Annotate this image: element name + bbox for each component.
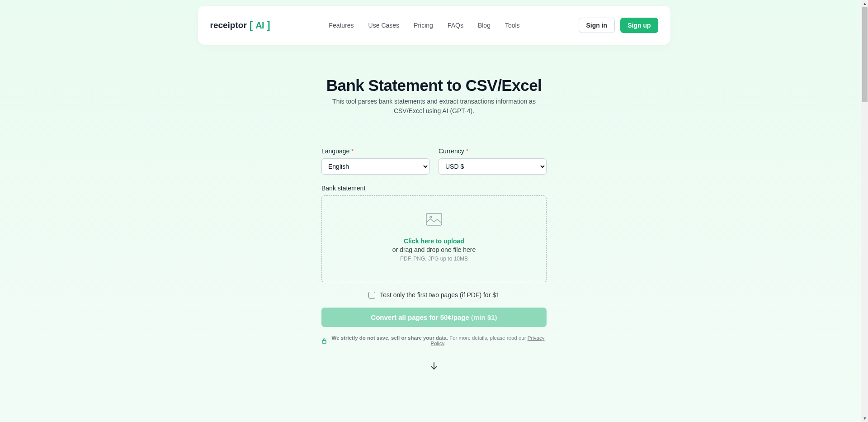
- currency-label: Currency *: [439, 147, 547, 155]
- language-label-text: Language: [321, 147, 349, 155]
- signin-button[interactable]: Sign in: [579, 18, 615, 33]
- lock-icon: [321, 338, 327, 344]
- scrollbar-up-arrow[interactable]: ▲: [861, 0, 868, 7]
- currency-label-text: Currency: [439, 147, 464, 155]
- image-icon: [426, 213, 442, 226]
- currency-group: Currency * USD $: [439, 147, 547, 175]
- logo-text: receiptor: [210, 20, 247, 30]
- language-label: Language *: [321, 147, 429, 155]
- bank-statement-group: Bank statement Click here to upload or d…: [321, 185, 547, 282]
- currency-select[interactable]: USD $: [439, 158, 547, 175]
- privacy-bold: We strictly do not save, sell or share y…: [332, 335, 448, 341]
- privacy-text: For more details, please read our: [448, 335, 528, 341]
- page-subtitle: This tool parses bank statements and ext…: [323, 97, 545, 116]
- upload-hint: PDF, PNG, JPG up to 10MB: [331, 256, 537, 262]
- bracket-open-icon: [: [250, 19, 253, 31]
- bracket-close-icon: ]: [267, 19, 270, 31]
- site-header: receiptor[AI] Features Use Cases Pricing…: [198, 6, 670, 45]
- required-mark: *: [466, 147, 468, 155]
- bank-statement-label: Bank statement: [321, 185, 547, 192]
- privacy-notice: We strictly do not save, sell or share y…: [321, 335, 547, 346]
- form-row: Language * English Currency * USD $: [321, 147, 547, 175]
- test-checkbox[interactable]: [368, 292, 375, 299]
- main-nav: Features Use Cases Pricing FAQs Blog Too…: [329, 22, 519, 29]
- svg-rect-0: [426, 213, 442, 225]
- logo[interactable]: receiptor[AI]: [210, 19, 270, 31]
- language-group: Language * English: [321, 147, 429, 175]
- svg-point-1: [430, 216, 432, 218]
- privacy-period: .: [444, 341, 445, 346]
- convert-min-text: (min $1): [471, 313, 497, 321]
- required-mark: *: [351, 147, 354, 155]
- nav-usecases[interactable]: Use Cases: [368, 22, 399, 29]
- upload-dropzone[interactable]: Click here to upload or drag and drop on…: [321, 195, 547, 282]
- scrollbar-down-arrow[interactable]: ▼: [861, 415, 868, 422]
- page-title: Bank Statement to CSV/Excel: [307, 76, 561, 95]
- scrollbar-thumb[interactable]: [862, 7, 868, 102]
- logo-ai: AI: [255, 20, 264, 31]
- test-checkbox-label: Test only the first two pages (if PDF) f…: [380, 291, 500, 299]
- nav-features[interactable]: Features: [329, 22, 354, 29]
- form-area: Language * English Currency * USD $: [321, 147, 547, 372]
- signup-button[interactable]: Sign up: [620, 18, 658, 33]
- nav-tools[interactable]: Tools: [505, 22, 520, 29]
- nav-pricing[interactable]: Pricing: [414, 22, 433, 29]
- test-checkbox-row: Test only the first two pages (if PDF) f…: [321, 291, 547, 299]
- main-content: Bank Statement to CSV/Excel This tool pa…: [307, 45, 561, 372]
- nav-blog[interactable]: Blog: [478, 22, 491, 29]
- convert-button[interactable]: Convert all pages for 50¢/page (min $1): [321, 308, 547, 327]
- arrow-down-icon: [429, 361, 439, 370]
- language-select[interactable]: English: [321, 158, 429, 175]
- scroll-down-indicator: [321, 361, 547, 372]
- scrollbar[interactable]: ▲ ▼: [861, 0, 868, 422]
- upload-subtitle: or drag and drop one file here: [331, 246, 537, 253]
- svg-rect-2: [322, 341, 326, 343]
- header-actions: Sign in Sign up: [579, 18, 658, 33]
- convert-main-text: Convert all pages for 50¢/page: [371, 313, 471, 321]
- nav-faqs[interactable]: FAQs: [448, 22, 463, 29]
- upload-title: Click here to upload: [331, 237, 537, 245]
